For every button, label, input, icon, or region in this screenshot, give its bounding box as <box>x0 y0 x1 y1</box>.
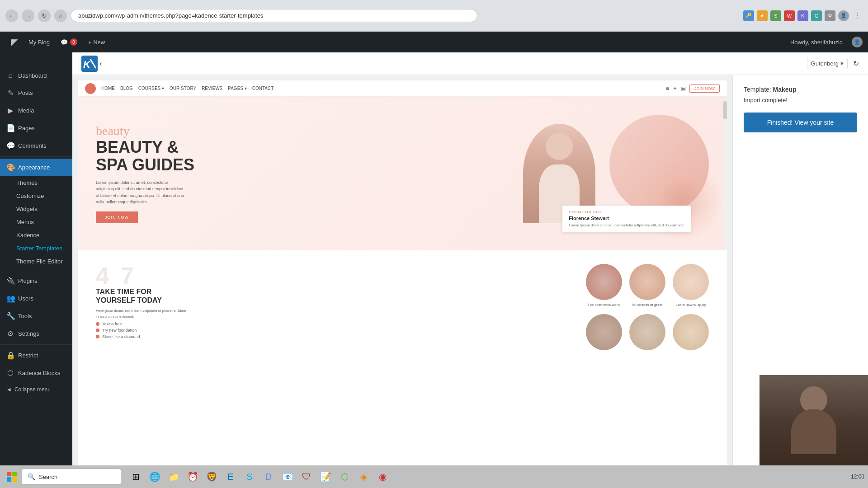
browser-ext-5[interactable]: K <box>797 10 808 21</box>
sidebar: ⌂ Dashboard ✎ Posts ▶ Media 📄 Pages 💬 Co… <box>0 52 72 488</box>
sidebar-label-menus: Menus <box>16 219 34 225</box>
sidebar-sub-customize[interactable]: Customize <box>0 189 72 202</box>
sidebar-label-posts: Posts <box>18 89 33 96</box>
header-right: Gutenberg ▾ ↻ <box>807 58 859 69</box>
taskbar-search-box[interactable]: 🔍 Search <box>22 469 121 485</box>
page-header: K ‹ Gutenberg ▾ ↻ <box>72 52 868 75</box>
start-button[interactable] <box>4 469 20 485</box>
hero-cta-button[interactable]: JOIN NOW <box>96 211 138 223</box>
circles-grid: The cosmetics world 50 shades of great L… <box>586 264 709 353</box>
bullet-2: Try new foundation <box>96 328 572 333</box>
collapse-label: Collapse menu <box>14 386 51 393</box>
taskbar-app-skype[interactable]: S <box>241 468 259 486</box>
reload-button[interactable]: ↻ <box>38 9 51 22</box>
menu-icon[interactable]: ⋮ <box>852 10 863 21</box>
sidebar-item-plugins[interactable]: 🔌 Plugins <box>0 272 72 290</box>
sidebar-item-kadence-blocks[interactable]: ⬡ Kadence Blocks <box>0 364 72 382</box>
browser-ext-7[interactable]: ⚙ <box>825 10 835 21</box>
nav-contact[interactable]: CONTACT <box>252 86 274 91</box>
sidebar-item-media[interactable]: ▶ Media <box>0 102 72 119</box>
new-label: + New <box>88 39 105 46</box>
browser-ext-3[interactable]: S <box>770 10 781 21</box>
taskbar-app-explorer[interactable]: 📁 <box>165 468 183 486</box>
gutenberg-button[interactable]: Gutenberg ▾ <box>807 58 848 69</box>
comments-icon: 💬 <box>6 141 14 150</box>
view-site-button[interactable]: Finished! View your site <box>744 113 857 132</box>
browser-ext-2[interactable]: ★ <box>757 10 768 21</box>
sidebar-item-restrict[interactable]: 🔒 Restrict <box>0 347 72 364</box>
scrollbar-thumb[interactable] <box>723 101 727 119</box>
social-icon-3[interactable]: ▣ <box>681 85 686 92</box>
sidebar-item-appearance[interactable]: 🎨 Appearance <box>0 159 72 176</box>
preview-scrollbar[interactable] <box>723 97 727 250</box>
template-nav: HOME BLOG COURSES ▾ OUR STORY REVIEWS PA… <box>78 80 727 97</box>
back-button[interactable]: ← <box>5 9 18 22</box>
sidebar-item-users[interactable]: 👥 Users <box>0 290 72 307</box>
collapse-menu-btn[interactable]: ◄ Collapse menu <box>0 382 72 397</box>
sidebar-item-tools[interactable]: 🔧 Tools <box>0 307 72 325</box>
howdy-text: Howdy, sherifabuzid <box>785 39 848 46</box>
nav-actions: ■ ✦ ▣ JOIN NOW <box>666 84 720 93</box>
taskbar-app-discord[interactable]: D <box>259 468 278 486</box>
new-content-item[interactable]: + New <box>83 32 110 52</box>
nav-home[interactable]: HOME <box>101 86 115 91</box>
browser-ext-6[interactable]: G <box>811 10 822 21</box>
sidebar-collapse-arrow[interactable]: ‹ <box>99 60 102 68</box>
sidebar-item-dashboard[interactable]: ⌂ Dashboard <box>0 67 72 84</box>
profile-icon[interactable]: 👤 <box>838 10 849 21</box>
circle-item-4 <box>586 314 622 353</box>
site-name-item[interactable]: My Blog <box>23 32 55 52</box>
sidebar-item-settings[interactable]: ⚙ Settings <box>0 325 72 343</box>
section2-title: TAKE TIME FOR YOURSELF TODAY <box>96 287 177 305</box>
taskbar-app-cortana[interactable]: ⊞ <box>127 468 145 486</box>
taskbar-app-malware[interactable]: 🛡 <box>297 468 316 486</box>
bullet-label-1: Toxins free <box>102 322 122 326</box>
nav-our-story[interactable]: OUR STORY <box>170 86 196 91</box>
refresh-button[interactable]: ↻ <box>853 59 859 68</box>
hero-description: Lorem ipsum dolor sit amet, consectetur … <box>96 179 186 206</box>
nav-reviews[interactable]: REVIEWS <box>202 86 222 91</box>
nav-blog[interactable]: BLOG <box>120 86 133 91</box>
sidebar-sub-themes[interactable]: Themes <box>0 176 72 189</box>
inner-content: HOME BLOG COURSES ▾ OUR STORY REVIEWS PA… <box>72 75 868 488</box>
browser-ext-4[interactable]: W <box>784 10 795 21</box>
template-logo <box>85 83 96 94</box>
svg-rect-3 <box>7 472 11 476</box>
taskbar-app-notes[interactable]: 📝 <box>316 468 335 486</box>
taskbar-app-edge2[interactable]: E <box>222 468 240 486</box>
forward-button[interactable]: → <box>22 9 34 22</box>
sidebar-sub-starter-templates[interactable]: Starter Templates <box>0 242 72 255</box>
tools-icon: 🔧 <box>6 312 14 320</box>
home-button[interactable]: ⌂ <box>54 9 67 22</box>
sidebar-item-pages[interactable]: 📄 Pages <box>0 119 72 137</box>
taskbar-app-green[interactable]: ⬡ <box>335 468 354 486</box>
section-2: 4 7 TAKE TIME FOR YOURSELF TODAY Amet ju… <box>78 250 727 366</box>
social-icon-1[interactable]: ■ <box>666 85 669 92</box>
sidebar-item-posts[interactable]: ✎ Posts <box>0 84 72 102</box>
wp-main: ⌂ Dashboard ✎ Posts ▶ Media 📄 Pages 💬 Co… <box>0 52 868 488</box>
notifications-item[interactable]: 💬 0 <box>55 32 83 52</box>
sidebar-sub-theme-editor[interactable]: Theme File Editor <box>0 255 72 268</box>
taskbar-app-orange[interactable]: ◈ <box>354 468 373 486</box>
address-bar[interactable]: abuzidwp.com/wp-admin/themes.php?page=ka… <box>71 9 477 22</box>
nav-pages[interactable]: PAGES ▾ <box>228 86 247 91</box>
social-icon-2[interactable]: ✦ <box>673 85 677 92</box>
taskbar-app-edge[interactable]: 🌐 <box>146 468 164 486</box>
nav-join-button[interactable]: JOIN NOW <box>689 84 720 93</box>
sidebar-sub-widgets[interactable]: Widgets <box>0 202 72 216</box>
wp-logo[interactable]: ◤ <box>5 37 23 47</box>
user-avatar[interactable]: 👤 <box>852 37 863 47</box>
sidebar-sub-kadence[interactable]: Kadence <box>0 229 72 242</box>
taskbar-app-mail[interactable]: 📧 <box>278 468 297 486</box>
dashboard-icon: ⌂ <box>6 71 14 80</box>
nav-courses[interactable]: COURSES ▾ <box>138 86 164 91</box>
circle-item-6 <box>673 314 709 353</box>
hero-title-line2: SPA GUIDES <box>96 155 194 174</box>
sidebar-sub-menus[interactable]: Menus <box>0 216 72 229</box>
sidebar-item-comments[interactable]: 💬 Comments <box>0 137 72 155</box>
webcam-silhouette <box>791 386 836 454</box>
taskbar-app-red[interactable]: ◉ <box>373 468 392 486</box>
browser-ext-1[interactable]: 🔑 <box>743 10 754 21</box>
taskbar-app-brave[interactable]: 🦁 <box>203 468 221 486</box>
taskbar-app-clock[interactable]: ⏰ <box>184 468 202 486</box>
